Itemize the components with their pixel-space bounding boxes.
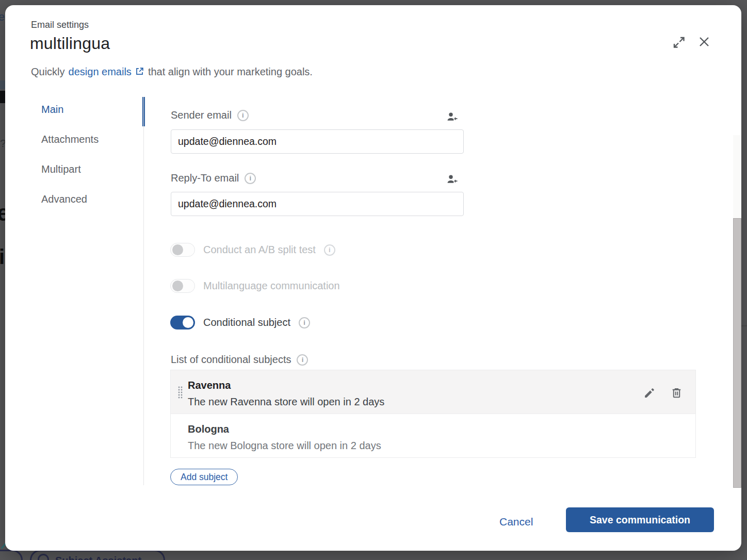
design-emails-link-label: design emails (69, 66, 132, 77)
description-prefix: Quickly (31, 66, 65, 77)
conditional-subject-label: Conditional subject (203, 317, 290, 328)
sidebar-item-main[interactable]: Main (41, 103, 139, 116)
cancel-button[interactable]: Cancel (494, 513, 538, 531)
ab-split-test-row: Conduct an A/B split test (170, 243, 335, 257)
close-dialog-button[interactable] (694, 32, 714, 52)
email-settings-dialog: Email settings multilingua Quicklydesign… (5, 5, 741, 551)
drag-handle-icon[interactable] (177, 386, 183, 399)
multilanguage-row: Multilanguage communication (170, 279, 340, 293)
trash-icon (670, 386, 683, 399)
dialog-description: Quicklydesign emailsthat align with your… (31, 66, 313, 78)
subject-row-bologna[interactable]: Bologna The new Bologna store will open … (171, 414, 695, 457)
person-add-icon (446, 111, 459, 124)
sender-email-input[interactable] (171, 129, 464, 154)
background-band-fragment (0, 80, 5, 89)
assistant-button-label: Subject Assistant (55, 555, 141, 560)
person-add-icon (446, 173, 459, 186)
background-seam-line (741, 325, 747, 326)
toggle-knob (183, 317, 193, 328)
conditional-subject-row: Conditional subject (170, 316, 310, 330)
conditional-subject-info-icon[interactable] (299, 317, 310, 328)
background-text-fragment: i (0, 245, 5, 269)
background-text-fragment: e (0, 10, 5, 24)
subjects-list-info-icon[interactable] (297, 354, 308, 366)
subject-title: Bologna (188, 423, 229, 435)
pencil-icon (643, 386, 656, 399)
ab-split-test-info-icon[interactable] (324, 244, 335, 256)
subjects-list-label-row: List of conditional subjects (171, 354, 308, 366)
expand-icon (671, 34, 687, 51)
expand-dialog-button[interactable] (670, 33, 688, 52)
reply-to-email-input[interactable] (171, 192, 464, 216)
dialog-title: multilingua (30, 34, 110, 53)
delete-subject-button[interactable] (669, 385, 684, 400)
sidebar-item-advanced[interactable]: Advanced (41, 193, 139, 205)
subject-text: The new Ravenna store will open in 2 day… (188, 396, 384, 408)
close-icon (695, 33, 713, 51)
multilanguage-label: Multilanguage communication (203, 280, 340, 292)
reply-to-label: Reply-To email (171, 172, 239, 184)
conditional-subject-toggle[interactable] (170, 316, 195, 330)
subject-assistant-button[interactable]: Subject Assistant (30, 550, 165, 560)
settings-sidebar: Main Attachments Multipart Advanced (41, 103, 139, 223)
sidebar-item-attachments[interactable]: Attachments (41, 133, 139, 145)
external-link-icon (135, 67, 144, 76)
subject-row-ravenna[interactable]: Ravenna The new Ravenna store will open … (171, 370, 695, 414)
subject-text: The new Bologna store will open in 2 day… (188, 440, 381, 452)
ab-split-test-toggle[interactable] (170, 243, 195, 257)
subjects-list-label: List of conditional subjects (171, 354, 291, 366)
pick-sender-contact-button[interactable] (445, 110, 460, 125)
design-emails-link[interactable]: design emails (69, 66, 144, 77)
sender-email-info-icon[interactable] (237, 110, 249, 121)
multilanguage-toggle[interactable] (170, 279, 195, 293)
scrollbar-thumb[interactable] (733, 218, 741, 488)
sidebar-divider (143, 97, 144, 485)
dialog-eyebrow: Email settings (31, 20, 89, 30)
ab-split-test-label: Conduct an A/B split test (203, 244, 316, 256)
add-subject-button[interactable]: Add subject (170, 469, 238, 485)
edit-subject-button[interactable] (642, 385, 657, 400)
sender-email-label-row: Sender email (171, 109, 249, 121)
reply-to-label-row: Reply-To email (171, 172, 256, 184)
assistant-sparkle-icon (38, 554, 49, 560)
pick-reply-to-contact-button[interactable] (445, 172, 460, 187)
toggle-knob (172, 244, 183, 255)
sender-email-label: Sender email (171, 109, 232, 121)
reply-to-info-icon[interactable] (245, 173, 256, 184)
description-suffix: that align with your marketing goals. (148, 66, 313, 77)
subject-title: Ravenna (188, 380, 231, 391)
background-pill-fragment (0, 550, 23, 560)
conditional-subjects-list: Ravenna The new Ravenna store will open … (170, 370, 696, 458)
toggle-knob (172, 281, 183, 291)
sidebar-item-multipart[interactable]: Multipart (41, 163, 139, 175)
save-communication-button[interactable]: Save communication (566, 507, 714, 532)
